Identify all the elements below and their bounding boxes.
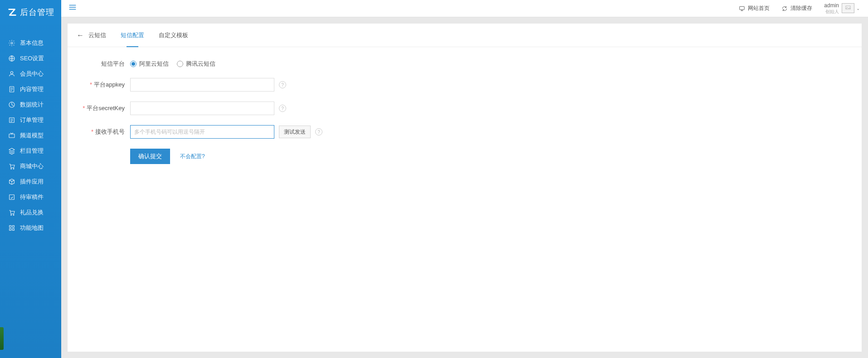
sidebar-item-label: 插件应用	[20, 178, 44, 186]
tab-label: 短信配置	[121, 31, 144, 39]
sms-config-form: 短信平台 阿里云短信 腾讯云短信 *平台appkey	[68, 47, 862, 187]
sidebar-item-seo[interactable]: SEO设置	[0, 51, 61, 66]
topbar-home-link[interactable]: 网站首页	[739, 5, 770, 12]
platform-label: 短信平台	[81, 60, 130, 68]
secret-label: *平台secretKey	[81, 104, 130, 112]
sidebar-item-gift[interactable]: 礼品兑换	[0, 205, 61, 220]
globe-icon	[8, 55, 15, 62]
avatar	[842, 3, 854, 13]
svg-rect-13	[12, 226, 14, 227]
sidebar-item-label: SEO设置	[20, 54, 44, 63]
sidebar-item-label: 会员中心	[20, 70, 44, 78]
brand-text: 后台管理	[20, 7, 54, 18]
sidebar-item-label: 栏目管理	[20, 147, 44, 155]
breadcrumb-label: 云短信	[88, 31, 106, 39]
gift-cart-icon	[8, 209, 15, 216]
sidebar-item-label: 基本信息	[20, 39, 44, 47]
edit-icon	[8, 194, 15, 201]
sidebar-item-label: 功能地图	[20, 224, 44, 232]
sidebar-item-label: 礼品兑换	[20, 208, 44, 217]
sidebar-item-sitemap[interactable]: 功能地图	[0, 220, 61, 236]
svg-rect-17	[846, 6, 850, 9]
panel-tabs: ← 云短信 短信配置 自定义模板	[68, 24, 862, 47]
secret-input[interactable]	[130, 102, 274, 115]
sidebar-item-pending[interactable]: 待审稿件	[0, 189, 61, 205]
content-panel: ← 云短信 短信配置 自定义模板 短信平台	[68, 24, 862, 352]
radio-label: 腾讯云短信	[186, 60, 215, 68]
sidebar-item-channel[interactable]: 频道模型	[0, 128, 61, 143]
sidebar-item-member[interactable]: 会员中心	[0, 66, 61, 82]
brand-logo[interactable]: 后台管理	[0, 0, 61, 24]
cart-icon	[8, 163, 15, 170]
test-send-button[interactable]: 测试发送	[279, 126, 311, 138]
tab-custom-template[interactable]: 自定义模板	[151, 24, 195, 47]
svg-point-11	[13, 214, 14, 215]
radio-dot-icon	[130, 61, 137, 67]
sidebar-item-label: 订单管理	[20, 116, 44, 124]
help-link[interactable]: 不会配置?	[180, 153, 205, 160]
sidebar-item-label: 商城中心	[20, 162, 44, 170]
user-name: admin	[824, 3, 839, 9]
topbar-clear-cache[interactable]: 清除缓存	[781, 5, 812, 12]
tv-icon	[8, 132, 15, 139]
box-icon	[8, 178, 15, 185]
svg-point-8	[13, 168, 14, 169]
chart-icon	[8, 101, 15, 108]
topbar: 网站首页 清除缓存 admin 创始人 ⌄	[61, 0, 868, 17]
help-icon[interactable]: ?	[279, 105, 286, 112]
sidebar-item-category[interactable]: 栏目管理	[0, 143, 61, 159]
perf-widget	[0, 327, 4, 350]
svg-point-10	[11, 214, 12, 215]
svg-rect-9	[10, 195, 15, 200]
svg-point-2	[10, 72, 13, 74]
radio-tencent[interactable]: 腾讯云短信	[177, 60, 215, 68]
help-icon[interactable]: ?	[315, 128, 322, 135]
breadcrumb: 云短信	[88, 24, 113, 47]
svg-rect-12	[10, 226, 11, 227]
gear-icon	[8, 39, 15, 47]
logo-icon	[7, 7, 17, 17]
grid-icon	[8, 224, 15, 232]
svg-rect-16	[740, 6, 745, 10]
phone-input[interactable]	[130, 125, 274, 139]
radio-aliyun[interactable]: 阿里云短信	[130, 60, 169, 68]
submit-button[interactable]: 确认提交	[130, 149, 170, 164]
appkey-input[interactable]	[130, 78, 274, 92]
layers-icon	[8, 147, 15, 155]
phone-label: *接收手机号	[81, 128, 130, 136]
svg-rect-14	[10, 228, 11, 230]
tab-label: 自定义模板	[159, 31, 188, 39]
back-arrow-icon[interactable]: ←	[77, 31, 84, 39]
sidebar-item-content[interactable]: 内容管理	[0, 82, 61, 97]
sidebar-item-label: 待审稿件	[20, 193, 44, 201]
sidebar-item-shop[interactable]: 商城中心	[0, 159, 61, 174]
user-role: 创始人	[824, 9, 839, 15]
form-row-platform: 短信平台 阿里云短信 腾讯云短信	[81, 60, 848, 68]
form-row-submit: 确认提交 不会配置?	[81, 149, 848, 164]
form-row-phone: *接收手机号 测试发送 ?	[81, 125, 848, 139]
document-icon	[8, 86, 15, 93]
appkey-label: *平台appkey	[81, 81, 130, 89]
radio-dot-icon	[177, 61, 183, 67]
sidebar-nav: 基本信息 SEO设置 会员中心 内容管理 数据统计 订单管理	[0, 24, 61, 358]
refresh-icon	[781, 5, 788, 12]
radio-label: 阿里云短信	[139, 60, 169, 68]
form-row-appkey: *平台appkey ?	[81, 78, 848, 92]
sidebar-item-orders[interactable]: 订单管理	[0, 112, 61, 128]
sidebar-item-stats[interactable]: 数据统计	[0, 97, 61, 112]
sidebar-item-label: 数据统计	[20, 101, 44, 109]
monitor-icon	[739, 5, 745, 12]
help-icon[interactable]: ?	[279, 81, 286, 88]
tab-sms-config[interactable]: 短信配置	[113, 24, 151, 47]
svg-rect-6	[9, 134, 15, 138]
list-icon	[8, 116, 15, 124]
sidebar-item-basic-info[interactable]: 基本信息	[0, 35, 61, 51]
svg-point-7	[11, 168, 12, 169]
sidebar-item-label: 频道模型	[20, 131, 44, 140]
form-row-secret: *平台secretKey ?	[81, 102, 848, 115]
topbar-user-menu[interactable]: admin 创始人 ⌄	[824, 3, 860, 14]
topbar-home-label: 网站首页	[748, 5, 770, 12]
sidebar-item-plugins[interactable]: 插件应用	[0, 174, 61, 189]
hamburger-icon[interactable]	[66, 1, 79, 15]
topbar-clear-cache-label: 清除缓存	[790, 5, 812, 12]
